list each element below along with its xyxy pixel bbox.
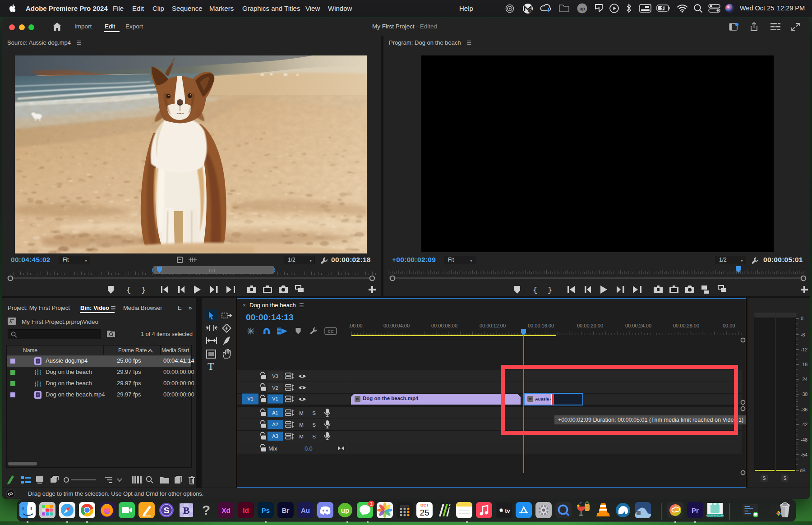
svg-text:V2: V2	[272, 385, 278, 391]
svg-text:M: M	[299, 410, 304, 416]
svg-text:S: S	[763, 476, 766, 481]
svg-text:}: }	[141, 286, 146, 295]
svg-text:-36: -36	[801, 407, 807, 412]
svg-text:B: B	[183, 505, 190, 516]
svg-text:S: S	[312, 410, 316, 416]
svg-text:-12: -12	[801, 347, 807, 352]
svg-text:Pr: Pr	[692, 507, 699, 514]
svg-text:-18: -18	[801, 362, 807, 367]
svg-text:1: 1	[370, 502, 373, 507]
svg-text:Id: Id	[243, 507, 249, 514]
svg-text:}: }	[548, 286, 552, 295]
svg-text:Xd: Xd	[221, 507, 230, 514]
svg-text:A2: A2	[272, 422, 278, 427]
svg-text:-24: -24	[801, 377, 807, 382]
svg-text:S: S	[784, 476, 787, 481]
svg-text:S: S	[312, 434, 316, 439]
svg-text:-6: -6	[801, 332, 805, 337]
svg-text:0.0: 0.0	[304, 446, 312, 452]
svg-text:Ps: Ps	[262, 507, 270, 514]
svg-text:-54: -54	[801, 452, 807, 457]
svg-text:M: M	[299, 434, 304, 439]
svg-text:0: 0	[801, 316, 803, 321]
svg-text:-30: -30	[801, 391, 807, 397]
svg-text:tv: tv	[505, 507, 510, 514]
svg-text:{: {	[533, 286, 537, 295]
svg-text:OCT: OCT	[420, 503, 429, 507]
svg-text:Mix: Mix	[268, 446, 277, 452]
svg-text:-42: -42	[801, 422, 807, 427]
svg-text:V1: V1	[247, 396, 253, 401]
svg-text:PLUG-IN SCAN: PLUG-IN SCAN	[706, 514, 724, 517]
svg-text:25: 25	[420, 508, 429, 517]
svg-text:dB: dB	[800, 468, 806, 473]
svg-text:Au: Au	[301, 507, 310, 514]
svg-text:CC: CC	[328, 329, 334, 334]
svg-text:M: M	[299, 422, 304, 428]
svg-text:?: ?	[202, 502, 210, 517]
svg-text:up: up	[341, 507, 349, 514]
svg-text:Br: Br	[282, 507, 290, 514]
svg-text:A3: A3	[272, 433, 278, 439]
svg-text:S: S	[312, 422, 316, 428]
svg-text:S: S	[164, 506, 170, 515]
svg-text:{: {	[126, 286, 131, 295]
svg-text:up: up	[579, 6, 585, 11]
svg-text:!: !	[530, 9, 531, 13]
svg-text:-48: -48	[801, 437, 807, 442]
svg-text:A1: A1	[272, 410, 278, 415]
svg-text:V1: V1	[272, 396, 278, 401]
svg-text:V3: V3	[272, 373, 278, 379]
